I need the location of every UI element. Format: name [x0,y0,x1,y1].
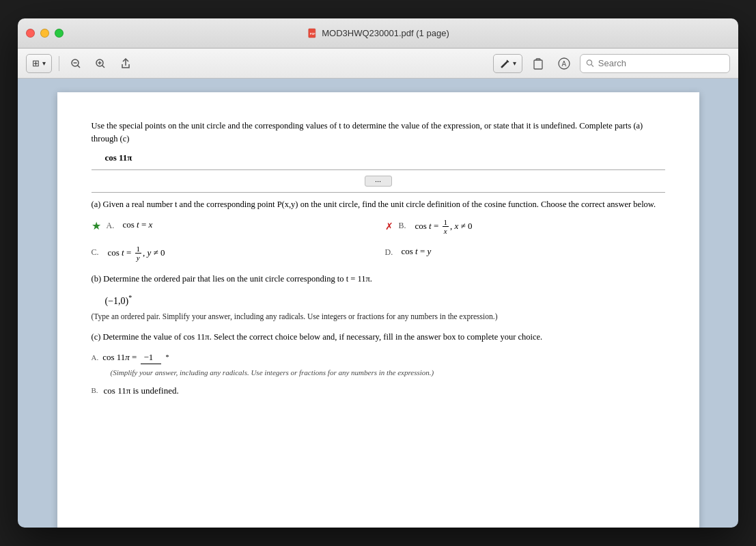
choice-a: ★ A. cos t = x [92,218,372,235]
search-bar[interactable] [580,54,730,73]
choice-b-text: cos t = 1x, x ≠ 0 [415,218,473,235]
svg-line-3 [78,65,81,68]
separator-1 [59,56,59,71]
choice-c: C. cos t = 1y, y ≠ 0 [92,245,372,262]
part-c: (c) Determine the value of cos 11π. Sele… [92,331,665,397]
content-area: Use the special points on the unit circl… [18,79,738,528]
share-icon [120,57,132,70]
maximize-button[interactable] [55,29,64,38]
sidebar-toggle-icon: ⊞ [32,58,40,68]
titlebar: PDF MOD3HWQ230001.pdf (1 page) [18,18,738,49]
clipboard-button[interactable] [528,55,548,72]
choice-a-label: A. [107,219,117,232]
clipboard-icon [532,57,544,70]
part-c-answer-value: −1 [141,351,161,365]
zoom-out-icon [70,58,81,69]
minimize-button[interactable] [40,29,49,38]
part-c-choice-b: B. cos 11π is undefined. [92,384,665,398]
part-c-label: (c) Determine the value of cos 11π. Sele… [92,331,665,344]
pdf-page: Use the special points on the unit circl… [57,92,699,528]
part-c-radio-b: B. [92,385,98,396]
zoom-out-button[interactable] [66,55,85,72]
part-c-answer-superscript: * [165,352,169,362]
toolbar: ⊞ ▾ [18,49,738,79]
divider [92,169,665,170]
ordered-pair-answer: (−1,0)* [105,292,665,308]
choice-d-label: D. [385,246,396,258]
choice-c-text: cos t = 1y, y ≠ 0 [108,245,165,262]
expand-button[interactable]: ··· [365,176,392,187]
part-b: (b) Determine the ordered pair that lies… [92,273,665,323]
answer-choices: ★ A. cos t = x ✗ B. cos t = 1x, x ≠ 0 C.… [92,218,665,262]
question-intro: Use the special points on the unit circl… [92,120,665,146]
chevron-down-icon: ▾ [42,59,46,67]
part-a-label: (a) Given a real number t and the corres… [92,198,665,211]
svg-rect-10 [534,60,542,69]
divider-2 [92,192,665,193]
part-b-label: (b) Determine the ordered pair that lies… [92,273,665,286]
title-text: MOD3HWQ230001.pdf (1 page) [322,28,449,38]
correct-star-icon: ★ [92,218,101,234]
choice-d-text: cos t = y [402,245,432,258]
part-c-simplify-note: (Simplify your answer, including any rad… [111,367,665,379]
pdf-icon: PDF [307,28,318,39]
part-c-choice-a: A. cos 11π = −1 * [92,351,665,365]
pen-icon [499,58,510,69]
annotate-icon: A [558,57,570,70]
close-button[interactable] [26,29,35,38]
main-window: PDF MOD3HWQ230001.pdf (1 page) ⊞ ▾ [18,18,738,528]
svg-line-14 [591,64,593,66]
search-icon [586,59,594,68]
annotate-button[interactable]: A [554,55,574,72]
pen-tool-button[interactable]: ▾ [493,54,522,73]
svg-text:PDF: PDF [309,32,316,36]
window-title: PDF MOD3HWQ230001.pdf (1 page) [307,28,449,39]
search-input[interactable] [598,58,724,68]
svg-text:A: A [562,60,567,68]
choice-a-text: cos t = x [123,218,153,232]
zoom-in-icon [95,58,106,69]
wrong-x-icon: ✗ [385,219,393,234]
sidebar-toggle-button[interactable]: ⊞ ▾ [26,54,52,73]
share-button[interactable] [115,55,136,72]
choice-d: D. cos t = y [385,245,665,262]
svg-line-6 [102,65,105,68]
svg-point-13 [587,60,591,65]
choice-c-label: C. [92,246,102,258]
part-c-undefined-text: cos 11π is undefined. [104,384,179,398]
choice-b-label: B. [399,219,410,232]
zoom-in-button[interactable] [91,55,110,72]
part-c-prefix: cos 11π = [102,351,137,364]
part-c-radio-a: A. [92,352,99,364]
type-note: (Type an ordered pair. Simplify your ans… [92,311,665,323]
cos-expression: cos 11π [105,151,665,165]
choice-b: ✗ B. cos t = 1x, x ≠ 0 [385,218,665,235]
pen-dropdown-icon: ▾ [513,59,516,67]
traffic-lights [26,29,64,38]
